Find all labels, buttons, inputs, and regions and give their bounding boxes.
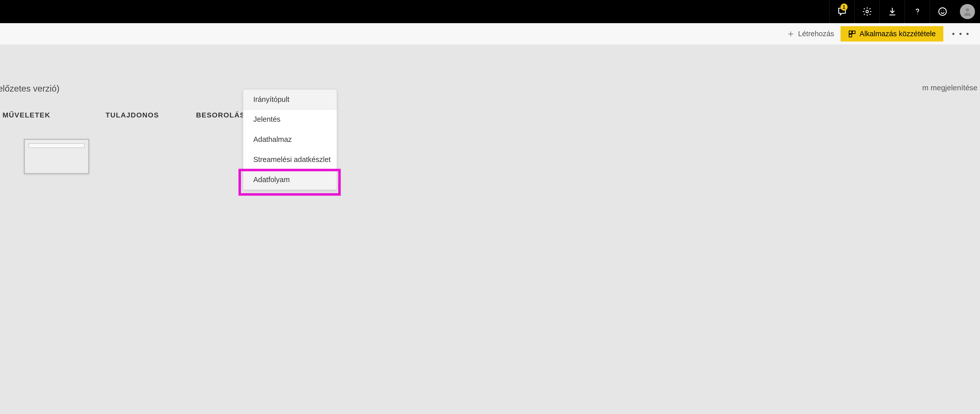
menu-item-streaming[interactable]: Streamelési adatkészlet <box>243 149 337 169</box>
notification-badge: 1 <box>840 3 848 11</box>
svg-rect-6 <box>849 31 852 34</box>
avatar <box>960 4 975 19</box>
feedback-button[interactable] <box>930 0 955 23</box>
content-item-thumbnail[interactable] <box>24 139 89 174</box>
workspace-content: (előzetes verzió) m megjelenítése MŰVELE… <box>0 45 980 414</box>
publish-app-button[interactable]: Alkalmazás közzététele <box>840 26 943 42</box>
svg-rect-7 <box>852 31 855 34</box>
person-icon <box>963 6 972 17</box>
side-toggle-label-cropped: m megjelenítése <box>922 83 977 92</box>
menu-item-dataflow[interactable]: Adatfolyam <box>243 169 337 190</box>
settings-button[interactable] <box>854 0 880 23</box>
smile-icon <box>937 6 948 17</box>
svg-point-2 <box>939 8 946 15</box>
plus-icon <box>787 30 795 38</box>
publish-label: Alkalmazás közzététele <box>860 30 936 38</box>
global-top-bar: 1 <box>0 0 980 23</box>
col-classification-header: BESOROLÁS <box>196 111 246 119</box>
col-owner-header: TULAJDONOS <box>105 111 196 119</box>
column-headers: MŰVELETEK TULAJDONOS BESOROLÁS <box>0 111 980 119</box>
create-button[interactable]: Létrehozás <box>787 30 834 38</box>
svg-point-0 <box>866 10 869 13</box>
svg-point-1 <box>917 14 918 14</box>
menu-item-report[interactable]: Jelentés <box>243 109 337 129</box>
more-options-button[interactable]: • • • <box>950 29 972 38</box>
subtitle-cropped: (előzetes verzió) <box>0 83 60 94</box>
account-button[interactable] <box>955 0 980 23</box>
col-actions-header: MŰVELETEK <box>3 111 105 119</box>
app-icon <box>848 30 856 38</box>
download-icon <box>887 6 897 17</box>
topbar-spacer <box>0 0 829 23</box>
svg-point-5 <box>966 8 969 11</box>
gear-icon <box>862 6 872 17</box>
notifications-button[interactable]: 1 <box>829 0 854 23</box>
svg-point-3 <box>941 10 942 11</box>
help-icon <box>912 6 923 17</box>
create-label: Létrehozás <box>798 30 834 38</box>
help-button[interactable] <box>905 0 930 23</box>
create-dropdown: Irányítópult Jelentés Adathalmaz Streame… <box>243 89 337 190</box>
svg-rect-8 <box>849 34 852 37</box>
menu-item-dashboard[interactable]: Irányítópult <box>243 89 337 109</box>
svg-point-4 <box>943 10 944 11</box>
menu-item-dataset[interactable]: Adathalmaz <box>243 129 337 149</box>
workspace-toolbar: Létrehozás Alkalmazás közzététele • • • <box>0 23 980 45</box>
download-button[interactable] <box>880 0 905 23</box>
